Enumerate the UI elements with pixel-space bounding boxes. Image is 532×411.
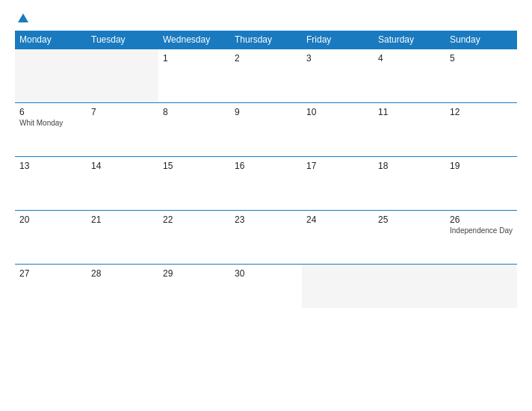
calendar-day-cell: 13 [15,157,87,211]
day-number: 29 [163,268,226,279]
calendar-page: MondayTuesdayWednesdayThursdayFridaySatu… [0,0,532,411]
calendar-week-row: 20212223242526Independence Day [15,211,517,265]
weekday-header-monday: Monday [15,31,87,49]
day-number: 7 [91,107,154,117]
day-event-label: Whit Monday [19,119,82,127]
calendar-day-cell: 2 [230,49,302,103]
day-number: 1 [163,53,226,64]
day-number: 2 [235,53,297,64]
calendar-day-cell: 4 [374,49,445,103]
day-number: 19 [450,161,513,171]
day-number: 26 [450,214,513,225]
calendar-day-cell: 14 [87,157,158,211]
day-number: 8 [163,107,226,117]
calendar-tbody: 123456Whit Monday78910111213141516171819… [15,49,517,308]
calendar-week-row: 13141516171819 [15,157,517,211]
day-event-label: Independence Day [450,226,513,235]
calendar-day-cell: 6Whit Monday [15,103,87,157]
calendar-day-cell: 5 [445,49,517,103]
calendar-day-cell [374,265,445,308]
day-number: 24 [306,214,369,225]
calendar-day-cell [87,49,158,103]
day-number: 11 [378,107,441,117]
calendar-day-cell: 8 [158,103,230,157]
calendar-day-cell: 15 [158,157,230,211]
calendar-week-row: 6Whit Monday789101112 [15,103,517,157]
calendar-header [15,13,517,23]
day-number: 13 [19,161,82,171]
calendar-week-row: 12345 [15,49,517,103]
calendar-day-cell [445,265,517,308]
day-number: 12 [450,107,513,117]
calendar-day-cell: 26Independence Day [445,211,517,265]
day-number: 23 [235,214,297,225]
day-number: 27 [19,268,82,279]
day-number: 22 [163,214,226,225]
day-number: 4 [378,53,441,64]
weekday-header-wednesday: Wednesday [158,31,230,49]
day-number: 6 [19,107,82,117]
calendar-day-cell: 27 [15,265,87,308]
day-number: 18 [378,161,441,171]
calendar-day-cell: 17 [302,157,374,211]
weekday-header-saturday: Saturday [374,31,445,49]
day-number: 9 [235,107,297,117]
calendar-day-cell: 24 [302,211,374,265]
calendar-day-cell: 18 [374,157,445,211]
calendar-day-cell: 12 [445,103,517,157]
calendar-thead: MondayTuesdayWednesdayThursdayFridaySatu… [15,31,517,49]
weekday-header-sunday: Sunday [445,31,517,49]
day-number: 10 [306,107,369,117]
day-number: 16 [235,161,297,171]
day-number: 21 [91,214,154,225]
weekday-header-friday: Friday [302,31,374,49]
calendar-day-cell [302,265,374,308]
calendar-day-cell: 1 [158,49,230,103]
logo [15,13,28,23]
calendar-day-cell [15,49,87,103]
day-number: 20 [19,214,82,225]
logo-blue-row [15,13,28,23]
calendar-day-cell: 7 [87,103,158,157]
calendar-day-cell: 11 [374,103,445,157]
calendar-day-cell: 29 [158,265,230,308]
calendar-day-cell: 21 [87,211,158,265]
day-number: 3 [306,53,369,64]
day-number: 14 [91,161,154,171]
logo-triangle-icon [18,13,28,22]
calendar-day-cell: 30 [230,265,302,308]
calendar-table: MondayTuesdayWednesdayThursdayFridaySatu… [15,31,517,308]
calendar-day-cell: 16 [230,157,302,211]
calendar-week-row: 27282930 [15,265,517,308]
weekday-header-thursday: Thursday [230,31,302,49]
calendar-day-cell: 22 [158,211,230,265]
calendar-day-cell: 28 [87,265,158,308]
day-number: 15 [163,161,226,171]
day-number: 5 [450,53,513,64]
day-number: 25 [378,214,441,225]
calendar-day-cell: 9 [230,103,302,157]
calendar-day-cell: 3 [302,49,374,103]
day-number: 17 [306,161,369,171]
weekday-header-tuesday: Tuesday [87,31,158,49]
weekday-header-row: MondayTuesdayWednesdayThursdayFridaySatu… [15,31,517,49]
day-number: 30 [235,268,297,279]
calendar-day-cell: 10 [302,103,374,157]
calendar-day-cell: 23 [230,211,302,265]
day-number: 28 [91,268,154,279]
calendar-day-cell: 20 [15,211,87,265]
calendar-day-cell: 19 [445,157,517,211]
calendar-day-cell: 25 [374,211,445,265]
